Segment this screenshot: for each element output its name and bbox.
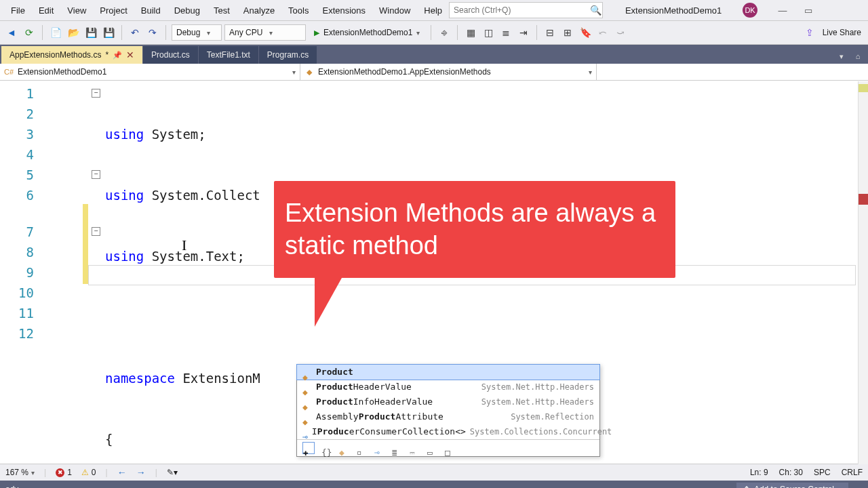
fold-toggle[interactable]: − (92, 170, 100, 179)
nav-type-label: ExtensionMethodDemo1.AppExtensionMethods (318, 67, 491, 77)
open-icon[interactable]: 📂 (66, 25, 81, 40)
liveshare-icon[interactable]: ⇪ (802, 25, 817, 40)
menu-help[interactable]: Help (417, 0, 449, 20)
separator (431, 25, 431, 40)
redo-icon[interactable]: ↷ (145, 25, 160, 40)
quick-launch[interactable]: 🔍 (449, 2, 603, 18)
liveshare-button[interactable]: Live Share (823, 28, 861, 37)
fold-toggle[interactable]: − (92, 89, 100, 98)
tb-icon-2[interactable]: ▦ (463, 25, 478, 40)
platform-value: Any CPU (229, 28, 262, 37)
start-debug-button[interactable]: ▶ExtensionMethodDemo1▾ (309, 25, 425, 40)
tab-program[interactable]: Program.cs (259, 46, 317, 64)
nav-fwd-icon[interactable]: ⟳ (22, 25, 37, 40)
filter-const-icon[interactable]: ▭ (427, 443, 438, 453)
menu-debug[interactable]: Debug (167, 0, 207, 20)
intellisense-popup[interactable]: ◆ Product ◆ ProductHeaderValue System.Ne… (296, 364, 600, 457)
tb-icon-4[interactable]: ≣ (498, 25, 513, 40)
filter-namespace-icon[interactable]: {} (321, 443, 332, 453)
tab-product[interactable]: Product.cs (143, 46, 198, 64)
nav-back-icon[interactable]: ◄ (4, 25, 19, 40)
menu-view[interactable]: View (60, 0, 93, 20)
tab-label: Product.cs (151, 50, 190, 60)
tb-icon-1[interactable]: ⎆ (437, 25, 452, 40)
tabs-home-icon[interactable]: ⌂ (850, 49, 865, 64)
tab-appextensionmethods[interactable]: AppExtensionMethods.cs* 📌 ✕ (1, 46, 142, 64)
error-icon: ✖ (56, 468, 64, 477)
annotation-callout: Extension Methods are always a static me… (274, 181, 675, 278)
chevron-down-icon: ▾ (269, 29, 273, 37)
overview-ruler[interactable] (858, 81, 868, 464)
tb-icon-5[interactable]: ⇥ (516, 25, 531, 40)
document-tabs: AppExtensionMethods.cs* 📌 ✕ Product.cs T… (0, 45, 868, 64)
new-file-icon[interactable]: 📄 (48, 25, 63, 40)
separator (42, 25, 43, 40)
solution-name: ExtensionMethodDemo1 (612, 5, 734, 16)
code-editor[interactable]: 123456 789101112 − − − using System; usi… (0, 81, 868, 464)
chevron-down-icon: ▾ (207, 29, 210, 37)
warning-count[interactable]: ⚠0 (81, 468, 96, 477)
save-icon[interactable]: 💾 (83, 25, 98, 40)
filter-class-icon[interactable]: ◆ (339, 443, 350, 453)
run-target: ExtensionMethodDemo1 (323, 28, 412, 37)
class-icon: ◆ (304, 67, 314, 77)
config-dropdown[interactable]: Debug▾ (172, 24, 222, 41)
filter-other-icon[interactable]: □ (445, 443, 456, 453)
tab-textfile1[interactable]: TextFile1.txt (199, 46, 258, 64)
tb-icon-3[interactable]: ◫ (481, 25, 496, 40)
maximize-button[interactable]: ▭ (795, 1, 821, 19)
ruler-change-marker (859, 84, 868, 92)
fold-toggle[interactable]: − (92, 227, 100, 236)
menu-tools[interactable]: Tools (281, 0, 315, 20)
menu-extensions[interactable]: Extensions (315, 0, 372, 20)
uncomment-icon[interactable]: ⊞ (560, 25, 575, 40)
undo-icon[interactable]: ↶ (127, 25, 142, 40)
zoom-control[interactable]: 167 %▾ (5, 468, 35, 477)
filter-struct-icon[interactable]: ▫ (357, 443, 368, 453)
menu-project[interactable]: Project (93, 0, 134, 20)
filter-all-icon[interactable]: ✚ (302, 442, 315, 454)
minimize-button[interactable]: — (770, 1, 795, 19)
error-count[interactable]: ✖1 (56, 468, 72, 477)
separator (121, 25, 122, 40)
nav-member-dropdown[interactable] (597, 64, 868, 80)
filter-delegate-icon[interactable]: ⎓ (410, 443, 420, 453)
class-icon: ◆ (302, 397, 312, 407)
dirty-indicator: * (105, 50, 108, 60)
chevron-down-icon: ▾ (416, 29, 420, 37)
tab-label: AppExtensionMethods.cs (9, 50, 101, 60)
menu-edit[interactable]: Edit (32, 0, 60, 20)
nav-type-dropdown[interactable]: ◆ ExtensionMethodDemo1.AppExtensionMetho… (300, 64, 597, 80)
separator (165, 25, 166, 40)
pin-icon[interactable]: 📌 (113, 51, 122, 60)
nav-project-dropdown[interactable]: C# ExtensionMethodDemo1 ▾ (0, 64, 300, 80)
filter-enum-icon[interactable]: ≣ (392, 443, 403, 453)
completion-item[interactable]: ⊸ IProducerConsumerCollection<> System.C… (297, 424, 599, 439)
user-avatar[interactable]: DK (743, 3, 757, 18)
tb-icon-9[interactable]: ⤺ (595, 25, 610, 40)
callout-text: Extension Methods are always a static me… (285, 199, 656, 260)
close-icon[interactable]: ✕ (126, 49, 134, 60)
context-navbar: C# ExtensionMethodDemo1 ▾ ◆ ExtensionMet… (0, 64, 868, 81)
class-icon: ◆ (302, 382, 312, 392)
bookmark-icon[interactable]: 🔖 (578, 25, 593, 40)
platform-dropdown[interactable]: Any CPU▾ (224, 24, 306, 41)
nav-project-label: ExtensionMethodDemo1 (18, 67, 106, 77)
menu-file[interactable]: File (4, 0, 32, 20)
menu-build[interactable]: Build (134, 0, 167, 20)
separator (457, 25, 458, 40)
modification-marker (83, 204, 88, 284)
search-input[interactable] (450, 4, 589, 16)
menu-test[interactable]: Test (207, 0, 237, 20)
menu-bar: File Edit View Project Build Debug Test … (0, 0, 868, 21)
filter-interface-icon[interactable]: ⊸ (374, 443, 385, 453)
separator (536, 25, 537, 40)
tb-icon-10[interactable]: ⤻ (613, 25, 628, 40)
comment-icon[interactable]: ⊟ (542, 25, 557, 40)
save-all-icon[interactable]: 💾 (101, 25, 116, 40)
warning-icon: ⚠ (81, 468, 89, 477)
tabs-overflow-icon[interactable]: ▾ (834, 49, 849, 64)
menu-analyze[interactable]: Analyze (237, 0, 281, 20)
menu-window[interactable]: Window (372, 0, 417, 20)
class-icon: ◆ (302, 367, 312, 377)
